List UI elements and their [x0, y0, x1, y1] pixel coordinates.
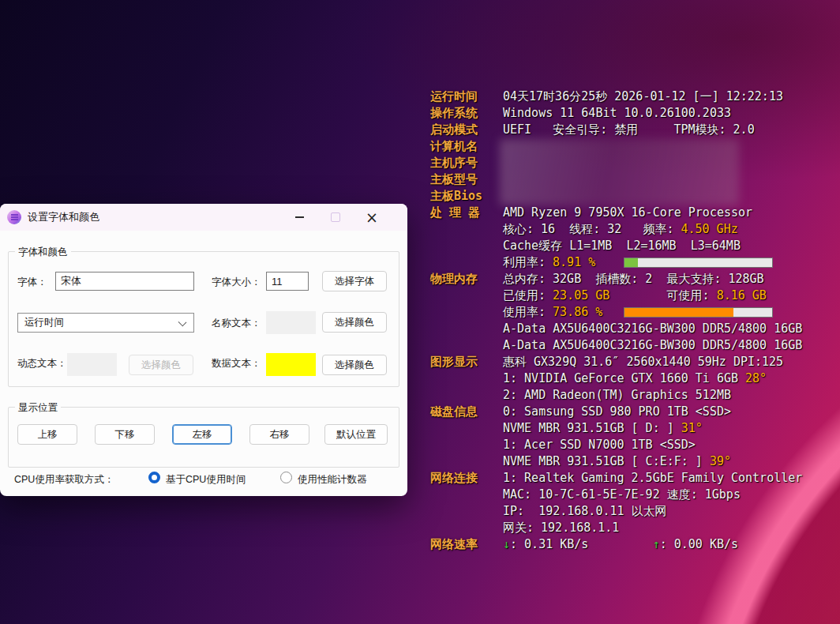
name-text-label: 名称文本：	[212, 317, 261, 330]
font-color-group-label: 字体和颜色	[15, 246, 71, 259]
overlay-line: NVME MBR 931.51GB [ D: ] 31°	[430, 420, 837, 437]
dynamic-text-swatch	[67, 353, 117, 376]
name-text-choose-color-button[interactable]: 选择颜色	[322, 312, 387, 333]
overlay-line: 网络速率↓: 0.31 KB/s ↑: 0.00 KB/s	[430, 536, 837, 553]
overlay-line: 主机序号	[430, 155, 837, 171]
move-right-button[interactable]: 右移	[249, 424, 309, 445]
cpu-usage-bar	[624, 257, 773, 268]
font-name-input[interactable]	[55, 272, 194, 291]
overlay-line: 启动模式UEFI 安全引导: 禁用 TPM模块: 2.0	[430, 122, 837, 138]
overlay-line: 网关: 192.168.1.1	[430, 520, 837, 536]
cpu-method-label: CPU使用率获取方式：	[14, 473, 114, 487]
radio-performance-counter-label: 使用性能计数器	[298, 473, 367, 487]
overlay-line: 网络连接1: Realtek Gaming 2.5GbE Family Cont…	[430, 470, 837, 487]
item-dropdown-value: 运行时间	[24, 316, 64, 329]
radio-cpu-time-label: 基于CPU使用时间	[166, 473, 246, 487]
move-up-button[interactable]: 上移	[17, 424, 77, 445]
font-size-input[interactable]	[266, 272, 309, 291]
font-color-settings-dialog: 设置字体和颜色 × 字体和颜色 字体： 字体大小： 选择字体 运行时间 名称文本…	[0, 204, 407, 496]
font-size-label: 字体大小：	[212, 276, 261, 289]
choose-font-button[interactable]: 选择字体	[322, 271, 387, 291]
default-position-button[interactable]: 默认位置	[324, 424, 388, 445]
overlay-line: 2: AMD Radeon(TM) Graphics 512MB	[430, 387, 837, 404]
font-label: 字体：	[17, 276, 47, 289]
dynamic-text-choose-color-button: 选择颜色	[129, 355, 193, 375]
move-left-button[interactable]: 左移	[172, 424, 232, 445]
overlay-line: 物理内存总内存: 32GB 插槽数: 2 最大支持: 128GB	[430, 271, 837, 288]
close-button[interactable]: ×	[354, 204, 390, 231]
maximize-icon	[331, 212, 340, 222]
dynamic-text-label: 动态文本：	[17, 357, 67, 370]
overlay-line: 利用率: 8.91 %	[430, 254, 837, 271]
overlay-line: 图形显示惠科 GX329Q 31.6″ 2560x1440 59Hz DPI:1…	[430, 354, 837, 370]
radio-cpu-time[interactable]	[148, 472, 160, 483]
dialog-title: 设置字体和颜色	[28, 210, 99, 224]
overlay-line: A-Data AX5U6400C3216G-BW300 DDR5/4800 16…	[430, 337, 837, 354]
overlay-line: 处 理 器AMD Ryzen 9 7950X 16-Core Processor	[430, 205, 837, 221]
data-text-label: 数据文本：	[212, 357, 261, 370]
name-text-swatch	[266, 311, 316, 334]
minimize-button[interactable]	[281, 204, 317, 231]
dialog-titlebar[interactable]: 设置字体和颜色 ×	[0, 204, 407, 231]
item-dropdown[interactable]: 运行时间	[17, 313, 194, 333]
overlay-line: MAC: 10-7C-61-5E-7E-92 速度: 1Gbps	[430, 487, 837, 503]
overlay-line: 操作系统Windows 11 64Bit 10.0.26100.2033	[430, 105, 837, 122]
move-down-button[interactable]: 下移	[95, 424, 155, 445]
overlay-line: 主板型号	[430, 171, 837, 188]
overlay-line: 主板Bios	[430, 188, 837, 205]
overlay-line: 使用率: 73.86 %	[430, 304, 837, 321]
overlay-line: IP: 192.168.0.11 以太网	[430, 503, 837, 520]
radio-performance-counter[interactable]	[280, 472, 292, 483]
overlay-line: NVME MBR 931.51GB [ C:E:F: ] 39°	[430, 453, 837, 470]
overlay-line: 1: NVIDIA GeForce GTX 1660 Ti 6GB 28°	[430, 370, 837, 387]
display-position-group-label: 显示位置	[15, 401, 61, 415]
close-icon: ×	[366, 210, 378, 225]
overlay-line: 核心: 16 线程: 32 频率: 4.50 GHz	[430, 221, 837, 238]
system-overlay: 运行时间04天17时36分25秒 2026-01-12 [一] 12:22:13…	[430, 88, 837, 553]
overlay-line: 已使用: 23.05 GB 可使用: 8.16 GB	[430, 288, 837, 304]
maximize-button[interactable]	[317, 204, 354, 231]
chevron-down-icon	[178, 318, 187, 327]
memory-usage-bar	[624, 307, 773, 318]
overlay-line: 计算机名	[430, 138, 837, 155]
overlay-line: 运行时间04天17时36分25秒 2026-01-12 [一] 12:22:13	[430, 88, 837, 105]
overlay-line: A-Data AX5U6400C3216G-BW300 DDR5/4800 16…	[430, 321, 837, 337]
app-icon	[7, 210, 21, 224]
data-text-choose-color-button[interactable]: 选择颜色	[322, 355, 387, 375]
overlay-line: 磁盘信息0: Samsung SSD 980 PRO 1TB <SSD>	[430, 404, 837, 420]
overlay-line: Cache缓存 L1=1MB L2=16MB L3=64MB	[430, 238, 837, 254]
minimize-icon	[295, 216, 304, 218]
data-text-swatch	[266, 353, 316, 376]
overlay-line: 1: Acer SSD N7000 1TB <SSD>	[430, 437, 837, 453]
